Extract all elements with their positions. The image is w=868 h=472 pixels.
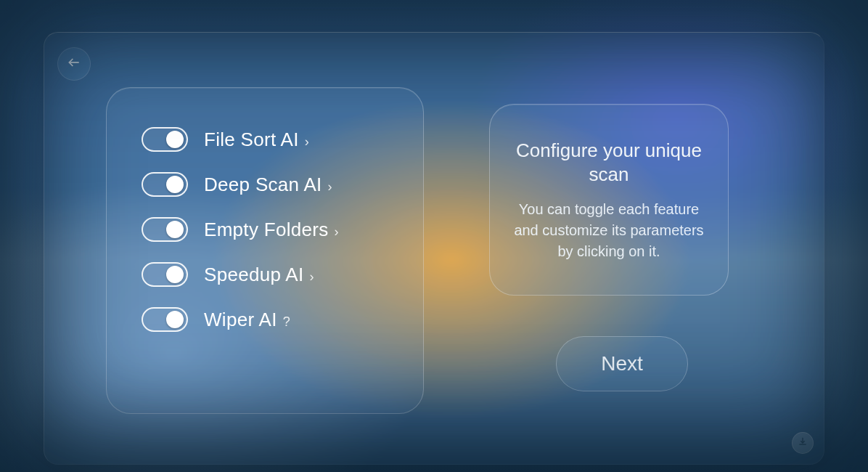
toggle-deep-scan-ai[interactable] [142, 172, 188, 197]
feature-label: Speedup AI › [204, 264, 314, 286]
toggle-empty-folders[interactable] [142, 217, 188, 242]
info-body: You can toggle each feature and customiz… [509, 199, 709, 262]
feature-wiper-ai[interactable]: Wiper AI ? [142, 307, 396, 332]
feature-deep-scan-ai[interactable]: Deep Scan AI › [142, 172, 396, 197]
help-icon: ? [283, 314, 290, 330]
feature-label: File Sort AI › [204, 129, 309, 151]
feature-empty-folders[interactable]: Empty Folders › [142, 217, 396, 242]
arrow-left-icon [67, 55, 81, 73]
feature-speedup-ai[interactable]: Speedup AI › [142, 262, 396, 287]
back-button[interactable] [57, 47, 91, 81]
chevron-right-icon: › [309, 269, 314, 285]
chevron-right-icon: › [328, 179, 332, 195]
features-panel: File Sort AI › Deep Scan AI › Empty Fold… [106, 87, 424, 414]
next-button-label: Next [601, 352, 643, 375]
feature-label: Deep Scan AI › [204, 174, 332, 196]
download-icon [797, 436, 808, 450]
toggle-speedup-ai[interactable] [142, 262, 188, 287]
chevron-right-icon: › [305, 134, 309, 150]
feature-label: Wiper AI ? [204, 309, 290, 331]
toggle-wiper-ai[interactable] [142, 307, 188, 332]
app-viewport: File Sort AI › Deep Scan AI › Empty Fold… [0, 0, 868, 472]
info-panel: Configure your unique scan You can toggl… [489, 104, 729, 296]
toggle-file-sort-ai[interactable] [142, 127, 188, 152]
main-window: File Sort AI › Deep Scan AI › Empty Fold… [44, 32, 824, 465]
chevron-right-icon: › [335, 224, 339, 240]
feature-label: Empty Folders › [204, 219, 339, 241]
info-title: Configure your unique scan [509, 139, 709, 186]
feature-file-sort-ai[interactable]: File Sort AI › [142, 127, 396, 152]
download-button[interactable] [792, 432, 814, 454]
next-button[interactable]: Next [556, 336, 688, 391]
